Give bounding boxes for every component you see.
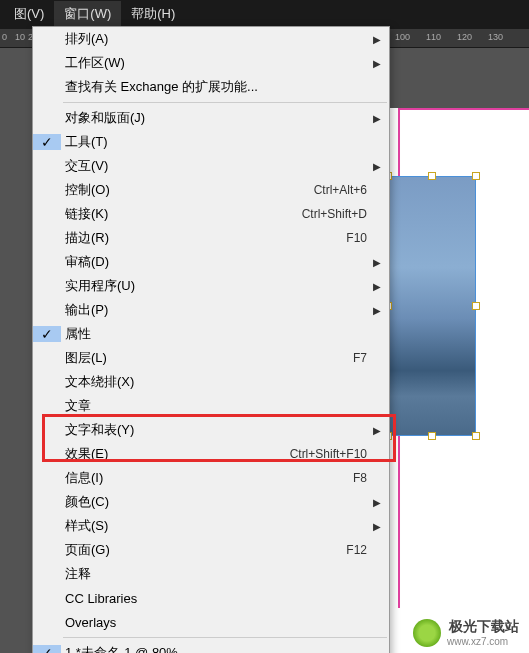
submenu-arrow-icon: ▶ bbox=[367, 58, 381, 69]
menu-item[interactable]: 图层(L)F7 bbox=[33, 346, 389, 370]
resize-handle[interactable] bbox=[428, 432, 436, 440]
menu-item-label: 文本绕排(X) bbox=[61, 373, 367, 391]
menu-item[interactable]: 审稿(D)▶ bbox=[33, 250, 389, 274]
watermark-logo-icon bbox=[413, 619, 441, 647]
menu-item[interactable]: 对象和版面(J)▶ bbox=[33, 106, 389, 130]
ruler-tick: 120 bbox=[457, 32, 472, 42]
menu-check-gutter: ✓ bbox=[33, 645, 61, 653]
menu-shortcut: Ctrl+Shift+D bbox=[282, 207, 367, 221]
menu-item[interactable]: ✓属性 bbox=[33, 322, 389, 346]
menu-item[interactable]: 颜色(C)▶ bbox=[33, 490, 389, 514]
watermark-url: www.xz7.com bbox=[447, 636, 521, 647]
menu-item-label: 描边(R) bbox=[61, 229, 326, 247]
menu-item[interactable]: 描边(R)F10 bbox=[33, 226, 389, 250]
menu-item[interactable]: 排列(A)▶ bbox=[33, 27, 389, 51]
menu-item[interactable]: 文章 bbox=[33, 394, 389, 418]
menu-check-gutter: ✓ bbox=[33, 134, 61, 150]
submenu-arrow-icon: ▶ bbox=[367, 305, 381, 316]
menu-item-label: 属性 bbox=[61, 325, 367, 343]
submenu-arrow-icon: ▶ bbox=[367, 113, 381, 124]
menu-shortcut: F8 bbox=[333, 471, 367, 485]
ruler-tick: 130 bbox=[488, 32, 503, 42]
menu-item-label: 信息(I) bbox=[61, 469, 333, 487]
menu-shortcut: F12 bbox=[326, 543, 367, 557]
menu-item-label: 样式(S) bbox=[61, 517, 367, 535]
resize-handle[interactable] bbox=[472, 172, 480, 180]
menu-separator bbox=[63, 102, 387, 103]
resize-handle[interactable] bbox=[472, 302, 480, 310]
check-icon: ✓ bbox=[41, 134, 53, 150]
menu-item[interactable]: 交互(V)▶ bbox=[33, 154, 389, 178]
menu-shortcut: F10 bbox=[326, 231, 367, 245]
menu-item[interactable]: 样式(S)▶ bbox=[33, 514, 389, 538]
menu-item-label: 文章 bbox=[61, 397, 367, 415]
menu-item-label: 工作区(W) bbox=[61, 54, 367, 72]
menu-item-label: 工具(T) bbox=[61, 133, 367, 151]
submenu-arrow-icon: ▶ bbox=[367, 425, 381, 436]
menu-item-label: 1 *未命名-1 @ 80% bbox=[61, 644, 367, 653]
menu-window[interactable]: 窗口(W) bbox=[54, 1, 121, 27]
window-menu-dropdown: 排列(A)▶工作区(W)▶查找有关 Exchange 的扩展功能...对象和版面… bbox=[32, 26, 390, 653]
ruler-tick: 0 bbox=[2, 32, 7, 42]
menu-shortcut: Ctrl+Alt+6 bbox=[294, 183, 367, 197]
menu-item-label: 页面(G) bbox=[61, 541, 326, 559]
menu-item-label: 审稿(D) bbox=[61, 253, 367, 271]
menu-item-label: 查找有关 Exchange 的扩展功能... bbox=[61, 78, 367, 96]
menu-item-label: Overlays bbox=[61, 615, 367, 630]
menu-item-label: 实用程序(U) bbox=[61, 277, 367, 295]
submenu-arrow-icon: ▶ bbox=[367, 161, 381, 172]
menu-check-gutter: ✓ bbox=[33, 326, 61, 342]
resize-handle[interactable] bbox=[428, 172, 436, 180]
menu-item[interactable]: ✓工具(T) bbox=[33, 130, 389, 154]
menu-item[interactable]: 效果(E)Ctrl+Shift+F10 bbox=[33, 442, 389, 466]
menu-shortcut: F7 bbox=[333, 351, 367, 365]
menu-shortcut: Ctrl+Shift+F10 bbox=[270, 447, 367, 461]
check-icon: ✓ bbox=[41, 645, 53, 653]
menu-item[interactable]: 输出(P)▶ bbox=[33, 298, 389, 322]
submenu-arrow-icon: ▶ bbox=[367, 281, 381, 292]
submenu-arrow-icon: ▶ bbox=[367, 497, 381, 508]
menu-item-label: 输出(P) bbox=[61, 301, 367, 319]
resize-handle[interactable] bbox=[472, 432, 480, 440]
menu-item-label: 注释 bbox=[61, 565, 367, 583]
menu-item[interactable]: 控制(O)Ctrl+Alt+6 bbox=[33, 178, 389, 202]
submenu-arrow-icon: ▶ bbox=[367, 521, 381, 532]
menu-item-label: 颜色(C) bbox=[61, 493, 367, 511]
menubar: 图(V) 窗口(W) 帮助(H) bbox=[0, 0, 529, 28]
menu-item[interactable]: 工作区(W)▶ bbox=[33, 51, 389, 75]
menu-item-label: 排列(A) bbox=[61, 30, 367, 48]
menu-item-label: 文字和表(Y) bbox=[61, 421, 367, 439]
menu-item[interactable]: 页面(G)F12 bbox=[33, 538, 389, 562]
submenu-arrow-icon: ▶ bbox=[367, 257, 381, 268]
check-icon: ✓ bbox=[41, 326, 53, 342]
watermark: 极光下载站 www.xz7.com bbox=[413, 618, 521, 647]
ruler-tick: 100 bbox=[395, 32, 410, 42]
menu-item-label: 链接(K) bbox=[61, 205, 282, 223]
menu-item-label: 效果(E) bbox=[61, 445, 270, 463]
watermark-name: 极光下载站 bbox=[447, 618, 521, 636]
menu-item-label: 交互(V) bbox=[61, 157, 367, 175]
ruler-tick: 10 bbox=[15, 32, 25, 42]
menu-item[interactable]: Overlays bbox=[33, 610, 389, 634]
menu-item-label: 控制(O) bbox=[61, 181, 294, 199]
menu-item-label: 图层(L) bbox=[61, 349, 333, 367]
menu-item[interactable]: ✓1 *未命名-1 @ 80% bbox=[33, 641, 389, 653]
menu-item[interactable]: 查找有关 Exchange 的扩展功能... bbox=[33, 75, 389, 99]
menu-item-label: CC Libraries bbox=[61, 591, 367, 606]
menu-item[interactable]: 实用程序(U)▶ bbox=[33, 274, 389, 298]
selected-image-frame[interactable] bbox=[388, 176, 476, 436]
menu-item[interactable]: 注释 bbox=[33, 562, 389, 586]
menu-separator bbox=[63, 637, 387, 638]
menu-view[interactable]: 图(V) bbox=[4, 1, 54, 27]
menu-item[interactable]: CC Libraries bbox=[33, 586, 389, 610]
menu-item[interactable]: 文字和表(Y)▶ bbox=[33, 418, 389, 442]
menu-item[interactable]: 文本绕排(X) bbox=[33, 370, 389, 394]
menu-item-label: 对象和版面(J) bbox=[61, 109, 367, 127]
menu-item[interactable]: 信息(I)F8 bbox=[33, 466, 389, 490]
ruler-tick: 110 bbox=[426, 32, 441, 42]
submenu-arrow-icon: ▶ bbox=[367, 34, 381, 45]
menu-item[interactable]: 链接(K)Ctrl+Shift+D bbox=[33, 202, 389, 226]
menu-help[interactable]: 帮助(H) bbox=[121, 1, 185, 27]
